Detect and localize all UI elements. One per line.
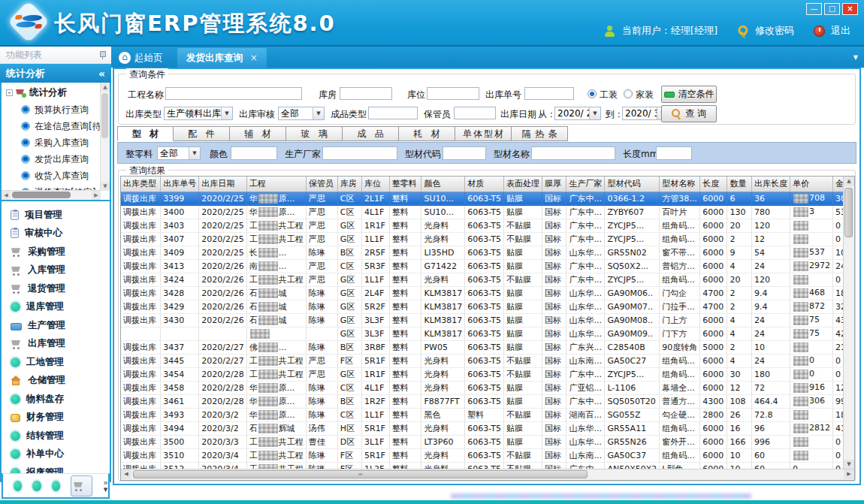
whole-part-select[interactable]: 全部▼ xyxy=(157,146,201,160)
tree-root[interactable]: - 统计分析 xyxy=(2,83,110,101)
tree-item[interactable]: 预算执行查询 xyxy=(2,101,110,118)
tree-item[interactable]: 退库管理[待定] xyxy=(2,201,110,201)
column-header[interactable]: 整零料 xyxy=(389,177,421,192)
table-row[interactable]: 调拨出库34282020/2/26石城陈琳G区2L4F整料KLM38176063… xyxy=(121,286,854,300)
column-header[interactable]: 保管员 xyxy=(306,177,337,192)
table-row[interactable]: 调拨出库34242020/2/26工共工程严思G区1L1F整料光身料6063-T… xyxy=(121,273,854,286)
quick-button-3[interactable] xyxy=(52,481,60,491)
column-header[interactable]: 型材代码 xyxy=(605,177,660,192)
close-button[interactable]: × xyxy=(842,3,858,15)
chevron-down-icon[interactable]: ▼ xyxy=(189,147,200,159)
table-row[interactable]: 调拨出库33992020/2/25华原...严思C区2L1F整料SU10...6… xyxy=(121,192,854,205)
table-row[interactable]: 调拨出库34942020/3/2石辉城汤伟H区5R1F整料光身料6063-T5贴… xyxy=(121,421,854,435)
profile-code-input[interactable] xyxy=(443,146,486,160)
column-header[interactable]: 颜色 xyxy=(421,177,465,192)
warehouse-input[interactable] xyxy=(340,87,392,100)
column-header[interactable]: 型材名称 xyxy=(660,177,700,192)
material-tab-3[interactable]: 辅材 xyxy=(230,126,286,141)
scroll-up-icon[interactable]: ▲ xyxy=(844,177,854,186)
collapse-icon[interactable]: « xyxy=(98,68,105,80)
radio-jiazhuang[interactable] xyxy=(624,89,633,98)
overflow-chevron-icon[interactable]: »▾ xyxy=(103,479,108,493)
table-row[interactable]: 调拨出库34452020/2/27工共工程严思F区5R1F整料光身料6063-T… xyxy=(121,354,854,367)
sidebar-item-storage[interactable]: 仓储管理 xyxy=(2,372,110,391)
logout-button[interactable]: 退出 xyxy=(831,24,850,38)
chevron-down-icon[interactable]: ▼ xyxy=(589,107,600,119)
material-tab-4[interactable]: 玻璃 xyxy=(286,126,343,141)
material-tab-6[interactable]: 耗材 xyxy=(399,126,455,141)
date-from-select[interactable]: 2020/ 2/16▼ xyxy=(554,107,601,120)
product-type-input[interactable] xyxy=(368,107,418,119)
scroll-thumb[interactable] xyxy=(12,192,71,198)
profile-name-input[interactable] xyxy=(531,146,615,160)
column-header[interactable]: 出库单号 xyxy=(161,177,199,192)
scroll-left-icon[interactable]: ◀ xyxy=(121,469,131,479)
sidebar-item-outbound[interactable]: 出库管理 xyxy=(2,335,110,354)
scroll-right-icon[interactable]: ▶ xyxy=(92,191,101,200)
material-tab-8[interactable]: 隔热条 xyxy=(512,126,568,141)
table-row[interactable]: 调拨出库34612020/2/28华原...陈琳B区1R2F整料F8877FT6… xyxy=(121,394,854,408)
column-header[interactable]: 数量 xyxy=(727,177,752,192)
table-horizontal-scrollbar[interactable]: ◀≡▶ xyxy=(121,469,854,480)
material-tab-7[interactable]: 单体型材 xyxy=(455,126,512,141)
column-header[interactable]: 生产厂家 xyxy=(566,177,605,192)
table-row[interactable]: 调拨出库34932020/3/2华原...陈琳C区1L1F整料黑色塑料不贴膜国标… xyxy=(121,408,854,421)
scroll-up-icon[interactable]: ▲ xyxy=(101,83,110,92)
table-row[interactable]: 调拨出库34002020/2/25华原...严思C区4L1F整料SU10...6… xyxy=(121,205,854,219)
column-header[interactable]: 长度 xyxy=(700,177,727,192)
chevron-down-icon[interactable]: ▼ xyxy=(313,107,324,119)
sidebar-item-return-store[interactable]: 退库管理 xyxy=(2,298,110,317)
table-row[interactable]: 调拨出库34372020/2/27佛...陈琳B区3R8F整料PW056063-… xyxy=(121,340,854,354)
radio-gongzhuang[interactable] xyxy=(588,89,597,98)
sidebar-item-site[interactable]: 工地管理 xyxy=(2,353,110,372)
quick-button-1[interactable] xyxy=(14,481,22,491)
radio-jiazhuang-label[interactable]: 家装 xyxy=(636,89,654,101)
length-input[interactable] xyxy=(656,146,692,160)
sidebar-item-carryover[interactable]: 结转管理 xyxy=(2,427,110,445)
tree-horizontal-scrollbar[interactable]: ◀▶ xyxy=(2,190,101,200)
project-name-input[interactable] xyxy=(165,87,302,100)
column-header[interactable]: 库位 xyxy=(361,177,389,192)
tab-shipping-query[interactable]: 发货出库查询 × xyxy=(177,48,267,68)
table-row[interactable]: 调拨出库34292020/2/26石城陈琳G区5R2F整料KLM38176063… xyxy=(121,300,854,313)
table-row[interactable]: 调拨出库35002020/3/3工共工程曹佳D区3L1F整料LT3P606063… xyxy=(121,435,854,448)
sidebar-item-finance[interactable]: 财务管理 xyxy=(2,409,110,427)
column-header[interactable]: 膜厚 xyxy=(542,177,566,192)
sidebar-item-production[interactable]: 生产管理 xyxy=(2,316,110,335)
keeper-input[interactable] xyxy=(454,107,496,119)
tree-item[interactable]: 发货出库查询 xyxy=(2,151,110,167)
scroll-thumb[interactable] xyxy=(101,93,108,138)
scroll-right-icon[interactable]: ▶ xyxy=(844,469,854,479)
tree-vertical-scrollbar[interactable]: ▲▼ xyxy=(100,83,110,191)
quick-cart-button[interactable] xyxy=(71,475,92,496)
table-row[interactable]: 调拨出库35102020/3/4工共工程陈琳F区5R1F整料光身料6063-T5… xyxy=(121,448,854,462)
sidebar-item-inbound[interactable]: 入库管理 xyxy=(2,261,110,280)
table-vertical-scrollbar[interactable]: ▲▼ xyxy=(843,177,854,469)
tree-item[interactable]: 采购入库查询 xyxy=(2,134,110,151)
table-row[interactable]: 调拨出库34582020/2/28华原...陈琳C区4L1F整料光身料6063-… xyxy=(121,381,854,394)
column-header[interactable]: 库房 xyxy=(337,177,361,192)
order-no-input[interactable] xyxy=(524,87,574,100)
sidebar-item-supplement[interactable]: 补单中心 xyxy=(2,445,110,464)
scroll-left-icon[interactable]: ◀ xyxy=(2,191,11,200)
sidebar-item-purchase[interactable]: 采购管理 xyxy=(2,243,110,261)
column-header[interactable]: 出库长度 xyxy=(751,177,790,192)
search-button[interactable]: 查 询 xyxy=(661,105,717,122)
column-header[interactable]: 出库日期 xyxy=(199,177,246,192)
column-header[interactable]: 出库类型 xyxy=(121,177,161,192)
chevron-down-icon[interactable]: ▼ xyxy=(221,107,232,119)
sidebar-item-inventory[interactable]: 物料盘存 xyxy=(2,390,110,409)
radio-gongzhuang-label[interactable]: 工装 xyxy=(600,89,618,101)
scroll-down-icon[interactable]: ▼ xyxy=(101,182,110,191)
sidebar-item-audit-center[interactable]: 审核中心 xyxy=(2,225,110,243)
audit-select[interactable]: 全部▼ xyxy=(278,107,325,120)
out-type-select[interactable]: 生产领料出库▼ xyxy=(164,107,233,120)
sidebar-item-project[interactable]: 项目管理 xyxy=(2,206,110,225)
column-header[interactable]: 单价 xyxy=(790,177,832,192)
material-tab-5[interactable]: 成品 xyxy=(343,126,399,141)
table-row[interactable]: 调拨出库34302020/2/26石城陈琳G区3L3F整料KLM38176063… xyxy=(121,313,854,327)
pin-icon[interactable] xyxy=(99,51,105,59)
tab-home[interactable]: ⌂ 起始页 xyxy=(119,50,163,66)
table-row[interactable]: 调拨出库34542020/2/28工共工程严思G区1R1F整料光身料6063-T… xyxy=(121,367,854,381)
table-row[interactable]: 调拨出库34132020/2/26南...严思C区5R3F整料G71422606… xyxy=(121,259,854,273)
